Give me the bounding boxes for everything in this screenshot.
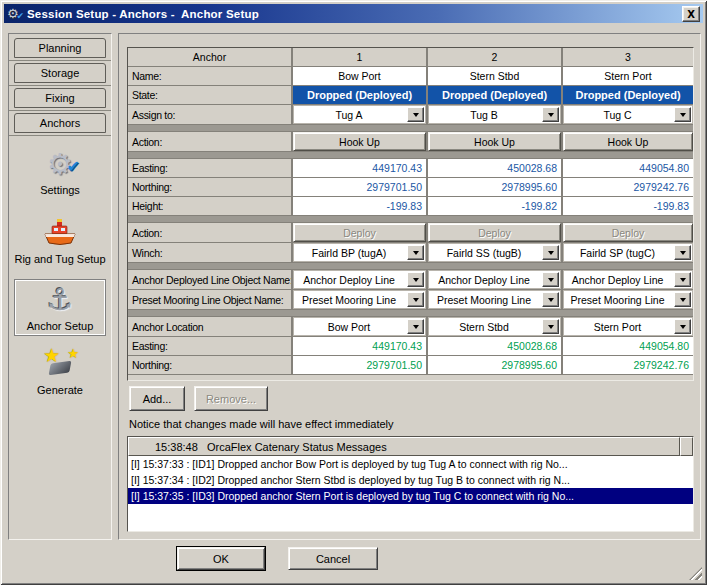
winch-dropdown[interactable]: Fairld SS (tugB) [428, 243, 561, 262]
stars-generate-icon: ★★ [42, 347, 78, 381]
sidebar-item-label: Anchor Setup [27, 320, 94, 332]
chevron-down-icon[interactable] [542, 319, 559, 334]
deployed-line-dropdown[interactable]: Anchor Deploy Line [563, 270, 693, 289]
sidebar: Planning Storage Fixing Anchors ⚙✔ Setti… [8, 33, 112, 540]
chevron-down-icon[interactable] [674, 319, 691, 334]
table-header-col1: 1 [293, 48, 426, 66]
easting-value: 449054.80 [563, 159, 693, 177]
row-label-state: State: [128, 86, 291, 104]
deploy-button: Deploy [563, 223, 693, 242]
hook-up-button[interactable]: Hook Up [428, 132, 561, 151]
northing-value: 2979701.50 [293, 178, 426, 196]
add-button[interactable]: Add... [129, 386, 185, 411]
assign-to-dropdown[interactable]: Tug C [563, 105, 693, 124]
hook-up-button[interactable]: Hook Up [563, 132, 693, 151]
preset-line-dropdown[interactable]: Preset Mooring Line [563, 290, 693, 309]
tug-boat-icon [42, 216, 78, 250]
chevron-down-icon[interactable] [407, 107, 424, 122]
status-messages-list[interactable]: 15:38:48 OrcaFlex Catenary Status Messag… [127, 436, 694, 532]
row-label-northing: Northing: [128, 178, 291, 196]
state-cell: Dropped (Deployed) [563, 86, 693, 104]
height-value: -199.82 [428, 197, 561, 215]
tab-divider [9, 60, 111, 61]
deploy-button: Deploy [428, 223, 561, 242]
assign-to-dropdown[interactable]: Tug B [428, 105, 561, 124]
chevron-down-icon[interactable] [542, 292, 559, 307]
northing-value: 2979242.76 [563, 178, 693, 196]
preset-line-dropdown[interactable]: Preset Mooring Line [293, 290, 426, 309]
chevron-down-icon[interactable] [542, 245, 559, 260]
chevron-down-icon[interactable] [407, 272, 424, 287]
row-separator [128, 310, 693, 316]
status-messages-header-stub [680, 437, 693, 456]
chevron-down-icon[interactable] [674, 292, 691, 307]
deployed-line-dropdown[interactable]: Anchor Deploy Line [293, 270, 426, 289]
sidebar-tab-anchors[interactable]: Anchors [14, 113, 106, 133]
chevron-down-icon[interactable] [674, 107, 691, 122]
chevron-down-icon[interactable] [407, 292, 424, 307]
chevron-down-icon[interactable] [542, 272, 559, 287]
chevron-down-icon[interactable] [674, 245, 691, 260]
hook-up-button[interactable]: Hook Up [293, 132, 426, 151]
log-row[interactable]: [I] 15:37:34 : [ID2] Dropped anchor Ster… [128, 472, 693, 488]
app-gear-check-icon: ✔ [16, 9, 24, 24]
cancel-button[interactable]: Cancel [288, 547, 378, 570]
sidebar-item-label: Settings [40, 184, 80, 196]
winch-dropdown[interactable]: Fairld SP (tugC) [563, 243, 693, 262]
chevron-down-icon[interactable] [407, 245, 424, 260]
sidebar-tab-fixing[interactable]: Fixing [14, 88, 106, 108]
sidebar-item-generate[interactable]: ★★ Generate [14, 344, 106, 399]
deployed-line-dropdown[interactable]: Anchor Deploy Line [428, 270, 561, 289]
northing-location-value: 2978995.60 [428, 356, 561, 374]
dialog-window: ⚙✔ Session Setup - Anchors - Anchor Setu… [0, 0, 707, 585]
sidebar-item-settings[interactable]: ⚙✔ Settings [14, 144, 106, 199]
sidebar-tab-planning[interactable]: Planning [14, 38, 106, 58]
name-cell[interactable]: Stern Stbd [428, 67, 561, 85]
state-cell: Dropped (Deployed) [428, 86, 561, 104]
state-cell: Dropped (Deployed) [293, 86, 426, 104]
chevron-down-icon[interactable] [407, 319, 424, 334]
row-label-action: Action: [128, 132, 291, 151]
close-icon[interactable]: X [682, 6, 700, 22]
sidebar-item-rig-and-tug-setup[interactable]: Rig and Tug Setup [14, 213, 106, 268]
sidebar-item-anchor-setup[interactable]: ⚓ Anchor Setup [14, 279, 106, 336]
notice-text: Notice that changes made will have effec… [129, 418, 394, 430]
chevron-down-icon[interactable] [674, 272, 691, 287]
gear-check-icon: ⚙✔ [47, 147, 73, 181]
anchor-location-dropdown[interactable]: Bow Port [293, 317, 426, 336]
title-bar[interactable]: ⚙✔ Session Setup - Anchors - Anchor Setu… [4, 4, 703, 23]
preset-line-dropdown[interactable]: Preset Mooring Line [428, 290, 561, 309]
app-gear-icon: ⚙✔ [7, 6, 22, 21]
anchor-location-dropdown[interactable]: Stern Port [563, 317, 693, 336]
sidebar-tab-storage[interactable]: Storage [14, 63, 106, 83]
tab-divider [9, 135, 111, 136]
easting-location-value: 449170.43 [293, 337, 426, 355]
name-cell[interactable]: Stern Port [563, 67, 693, 85]
name-cell[interactable]: Bow Port [293, 67, 426, 85]
log-row-selected[interactable]: [I] 15:37:35 : [ID3] Dropped anchor Ster… [128, 488, 693, 504]
window-title: Session Setup - Anchors - Anchor Setup [27, 8, 259, 20]
assign-to-dropdown[interactable]: Tug A [293, 105, 426, 124]
row-label-easting: Easting: [128, 159, 291, 177]
row-separator [128, 263, 693, 269]
northing-location-value: 2979242.76 [563, 356, 693, 374]
tab-divider [9, 85, 111, 86]
chevron-down-icon[interactable] [542, 107, 559, 122]
row-label-height: Height: [128, 197, 291, 215]
anchor-location-dropdown[interactable]: Stern Stbd [428, 317, 561, 336]
status-messages-header: 15:38:48 OrcaFlex Catenary Status Messag… [128, 437, 693, 456]
resize-grip[interactable] [689, 567, 702, 580]
easting-location-value: 450028.68 [428, 337, 561, 355]
log-row[interactable]: [I] 15:37:33 : [ID1] Dropped anchor Bow … [128, 456, 693, 472]
table-header-col3: 3 [563, 48, 693, 66]
row-label-easting: Easting: [128, 337, 291, 355]
winch-dropdown[interactable]: Fairld BP (tugA) [293, 243, 426, 262]
row-separator [128, 216, 693, 222]
sidebar-item-label: Generate [37, 384, 83, 396]
easting-value: 450028.68 [428, 159, 561, 177]
row-label-winch: Winch: [128, 243, 291, 262]
ok-button[interactable]: OK [177, 547, 265, 570]
row-label-deployed-line: Anchor Deployed Line Object Name: [128, 270, 291, 289]
row-label-action: Action: [128, 223, 291, 242]
row-separator [128, 152, 693, 158]
